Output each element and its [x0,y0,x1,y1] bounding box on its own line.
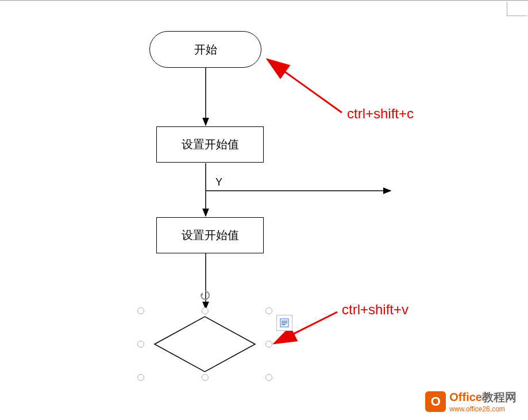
resize-handle-bc[interactable] [202,374,209,381]
resize-handle-mr[interactable] [265,341,272,348]
svg-line-5 [267,59,342,113]
resize-handle-bl[interactable] [137,374,144,381]
rotate-handle-icon[interactable] [199,290,211,301]
page-corner-decoration [507,2,527,16]
watermark-logo: O Office教程网 www.office26.com [425,390,517,413]
flowchart-y-label: Y [215,176,222,188]
resize-handle-tl[interactable] [137,307,144,314]
flowchart-process-1: 设置开始值 [156,126,264,163]
start-label: 开始 [194,42,217,57]
resize-handle-ml[interactable] [137,341,144,348]
paste-options-button[interactable] [276,315,292,331]
logo-title: Office教程网 [449,390,517,405]
logo-url: www.office26.com [449,405,517,413]
flowchart-process-2: 设置开始值 [156,217,264,253]
annotation-paste: ctrl+shift+v [342,302,408,318]
logo-icon: O [425,391,446,412]
resize-handle-br[interactable] [265,374,272,381]
logo-title-gray: 教程网 [482,391,517,403]
flowchart-start-terminator: 开始 [149,31,261,68]
flowchart-decision-selected[interactable] [141,311,269,377]
svg-marker-7 [155,317,255,372]
paste-options-icon [279,317,290,329]
annotation-copy: ctrl+shift+c [347,106,414,122]
logo-title-orange: Office [449,391,482,403]
resize-handle-tr[interactable] [265,307,272,314]
resize-handle-tc[interactable] [202,307,209,314]
process2-label: 设置开始值 [182,228,239,243]
process1-label: 设置开始值 [182,137,239,152]
